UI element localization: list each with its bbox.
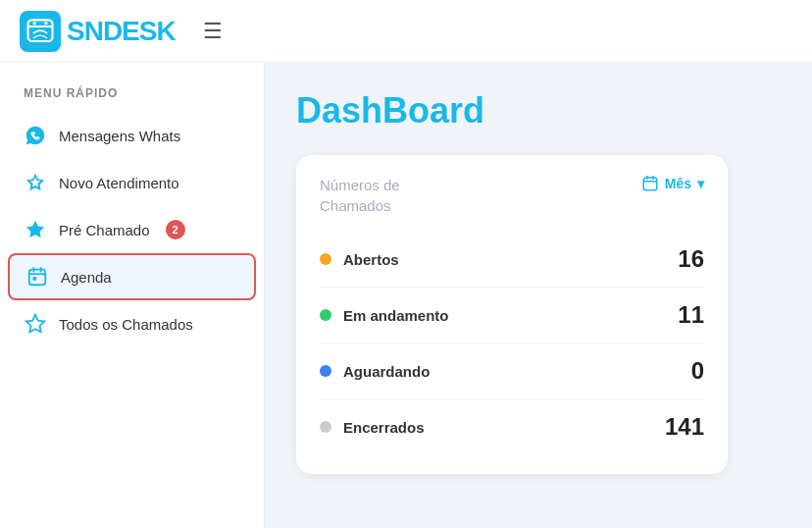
sidebar-item-mensagens-whats[interactable]: Mensagens Whats <box>0 112 264 159</box>
sidebar-label-pre-chamado: Pré Chamado <box>59 222 150 238</box>
pre-chamado-badge: 2 <box>166 220 185 239</box>
stat-left: Aguardando <box>320 363 430 380</box>
sidebar-item-novo-atendimento[interactable]: Novo Atendimento <box>0 159 264 206</box>
filter-label: Mês <box>665 176 691 191</box>
sidebar-label-novo-atendimento: Novo Atendimento <box>59 175 179 191</box>
sidebar-item-todos-chamados[interactable]: Todos os Chamados <box>0 300 264 347</box>
sidebar-label-mensagens-whats: Mensagens Whats <box>59 128 180 144</box>
logo-area: SNDESK ☰ <box>20 11 223 52</box>
sidebar-item-pre-chamado[interactable]: Pré Chamado 2 <box>0 206 264 253</box>
stat-left: Encerrados <box>320 419 425 436</box>
sidebar-item-agenda[interactable]: Agenda <box>8 253 256 300</box>
stat-left: Em andamento <box>320 307 449 324</box>
sidebar-section-title: MENU RÁPIDO <box>0 86 264 112</box>
svg-rect-4 <box>29 270 46 286</box>
whatsapp-icon <box>24 124 47 147</box>
stat-dot <box>320 253 331 265</box>
agenda-icon <box>25 265 49 289</box>
todos-chamados-icon <box>24 312 47 336</box>
stat-label: Encerrados <box>343 419 425 436</box>
hamburger-button[interactable]: ☰ <box>203 19 223 44</box>
svg-rect-9 <box>643 178 657 190</box>
stats-card: Números de Chamados Mês ▾ <box>296 155 728 474</box>
stat-row: Em andamento 11 <box>320 288 704 343</box>
stat-label: Em andamento <box>343 307 449 324</box>
chevron-down-icon: ▾ <box>697 176 704 191</box>
app-header: SNDESK ☰ <box>0 0 812 63</box>
stat-rows: Abertos 16 Em andamento 11 Aguardando 0 … <box>320 232 704 454</box>
app-layout: MENU RÁPIDO Mensagens Whats Novo Atendim… <box>0 63 812 528</box>
stat-value: 0 <box>691 357 704 385</box>
calendar-filter-icon <box>641 175 659 192</box>
sidebar: MENU RÁPIDO Mensagens Whats Novo Atendim… <box>0 63 265 528</box>
stat-value: 16 <box>678 245 704 273</box>
card-title: Números de Chamados <box>320 175 400 216</box>
novo-atendimento-icon <box>24 171 47 194</box>
page-title: DashBoard <box>296 90 781 132</box>
stat-row: Aguardando 0 <box>320 343 704 399</box>
svg-rect-8 <box>32 277 36 281</box>
stat-row: Encerrados 141 <box>320 399 704 454</box>
logo: SNDESK <box>20 11 176 52</box>
stat-value: 141 <box>665 413 704 441</box>
stat-label: Aguardando <box>343 363 430 380</box>
main-content: DashBoard Números de Chamados Mês ▾ <box>265 63 812 528</box>
stat-dot <box>320 365 331 377</box>
stat-value: 11 <box>678 301 704 329</box>
card-filter-button[interactable]: Mês ▾ <box>641 175 704 192</box>
logo-text: SNDESK <box>67 16 176 47</box>
sidebar-label-agenda: Agenda <box>61 269 112 286</box>
stat-row: Abertos 16 <box>320 232 704 288</box>
stat-left: Abertos <box>320 251 399 268</box>
svg-point-3 <box>44 22 47 25</box>
pre-chamado-icon <box>24 218 47 241</box>
logo-icon <box>20 11 61 52</box>
stat-label: Abertos <box>343 251 399 268</box>
svg-point-2 <box>33 22 36 25</box>
stat-dot <box>320 309 331 321</box>
stat-dot <box>320 421 331 433</box>
card-header: Números de Chamados Mês ▾ <box>320 175 704 216</box>
sidebar-label-todos-chamados: Todos os Chamados <box>59 316 193 333</box>
